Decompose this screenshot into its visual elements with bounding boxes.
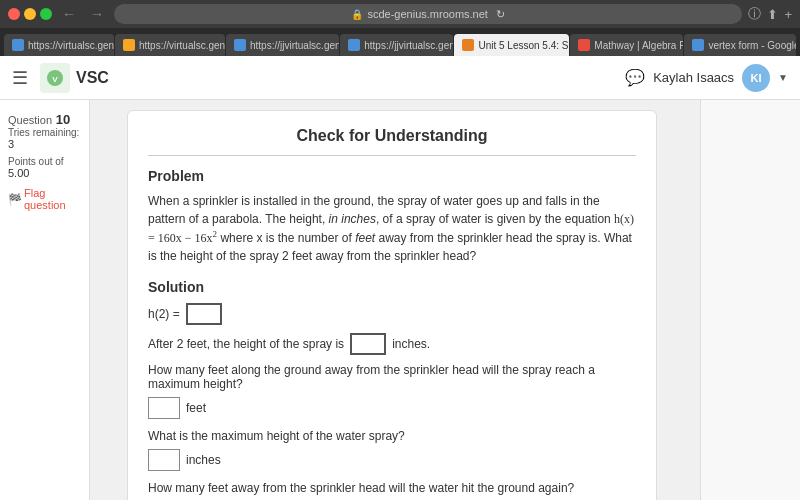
tab-favicon-5 [462,39,474,51]
tab-4[interactable]: https://jjvirtualsc.genuiss... [340,34,453,56]
points-value: 5.00 [8,167,81,179]
problem-heading: Problem [148,168,636,184]
dropdown-icon[interactable]: ▼ [778,72,788,83]
ground-question: How many feet away from the sprinkler he… [148,481,636,495]
card: Check for Understanding Problem When a s… [127,110,657,500]
add-tab-icon[interactable]: + [784,7,792,22]
window-controls [8,8,52,20]
tab-favicon-4 [348,39,360,51]
app-bar-right: 💬 Kaylah Isaacs KI ▼ [625,64,788,92]
right-panel [700,100,800,500]
max-height-question: How many feet along the ground away from… [148,363,636,391]
solution-section: Solution h(2) = After 2 feet, the height… [148,279,636,500]
share-icon[interactable]: ⬆ [767,7,778,22]
problem-text: When a sprinkler is installed in the gro… [148,192,636,265]
address-bar[interactable]: 🔒 scde-genius.mrooms.net ↻ [114,4,742,24]
tab-label-1: https://virtualsc.genuiss... [28,40,114,51]
points-label: Points out of [8,156,81,167]
tab-favicon-6 [578,39,590,51]
max-height-feet-input[interactable] [148,397,180,419]
info-icon[interactable]: ⓘ [748,5,761,23]
solution-heading: Solution [148,279,636,295]
svg-text:V: V [52,75,58,84]
avatar[interactable]: KI [742,64,770,92]
h2-line: h(2) = [148,303,636,325]
max-height-feet-row: feet [148,397,636,419]
back-button[interactable]: ← [58,4,80,24]
question-label: Question 10 [8,112,81,127]
tab-label-3: https://jjvirtualsc.genuiss... [250,40,339,51]
sidebar: Question 10 Tries remaining: 3 Points ou… [0,100,90,500]
content-area: Check for Understanding Problem When a s… [90,100,700,500]
flag-question-link[interactable]: 🏁 Flag question [8,187,81,211]
browser-chrome: ← → 🔒 scde-genius.mrooms.net ↻ ⓘ ⬆ + [0,0,800,28]
tab-1[interactable]: https://virtualsc.genuiss... [4,34,114,56]
tab-favicon-3 [234,39,246,51]
url-text: scde-genius.mrooms.net [367,8,487,20]
tab-label-5: Unit 5 Lesson 5.4: Solvin... [478,40,569,51]
maximize-button[interactable] [40,8,52,20]
app-bar: ☰ V VSC 💬 Kaylah Isaacs KI ▼ [0,56,800,100]
user-name: Kaylah Isaacs [653,70,734,85]
h2-label: h(2) = [148,307,180,321]
max-height-inches-input[interactable] [148,449,180,471]
flag-icon: 🏁 [8,193,22,206]
inches-unit: inches [186,453,221,467]
forward-button[interactable]: → [86,4,108,24]
close-button[interactable] [8,8,20,20]
tab-2[interactable]: https://virtualsc.genuiss... [115,34,225,56]
lock-icon: 🔒 [351,9,363,20]
tab-favicon-7 [692,39,704,51]
tab-5[interactable]: Unit 5 Lesson 5.4: Solvin... [454,34,569,56]
h2-input[interactable] [186,303,222,325]
tries-label: Tries remaining: [8,127,81,138]
logo-svg: V [45,68,65,88]
menu-icon[interactable]: ☰ [12,67,28,89]
max-height-inches-row: inches [148,449,636,471]
tries-value: 3 [8,138,81,150]
after-feet-line: After 2 feet, the height of the spray is… [148,333,636,355]
minimize-button[interactable] [24,8,36,20]
tab-label-6: Mathway | Algebra Probl... [594,40,683,51]
tab-label-4: https://jjvirtualsc.genuiss... [364,40,453,51]
after-feet-label: After 2 feet, the height of the spray is [148,337,344,351]
tab-favicon-1 [12,39,24,51]
card-title: Check for Understanding [148,127,636,156]
app-name: VSC [76,69,109,87]
inches-label: inches. [392,337,430,351]
tab-3[interactable]: https://jjvirtualsc.genuiss... [226,34,339,56]
tabs-bar: https://virtualsc.genuiss... https://vir… [0,28,800,56]
reload-icon[interactable]: ↻ [496,8,505,21]
max-height-value-question: What is the maximum height of the water … [148,429,636,443]
main-layout: Question 10 Tries remaining: 3 Points ou… [0,100,800,500]
tab-7[interactable]: vertex form - Google Se... [684,34,796,56]
after-feet-input[interactable] [350,333,386,355]
tab-favicon-2 [123,39,135,51]
app-logo: V [40,63,70,93]
chat-icon[interactable]: 💬 [625,68,645,87]
feet-unit: feet [186,401,206,415]
tab-label-2: https://virtualsc.genuiss... [139,40,225,51]
tab-6[interactable]: Mathway | Algebra Probl... [570,34,683,56]
tab-label-7: vertex form - Google Se... [708,40,796,51]
flag-label: Flag question [24,187,81,211]
